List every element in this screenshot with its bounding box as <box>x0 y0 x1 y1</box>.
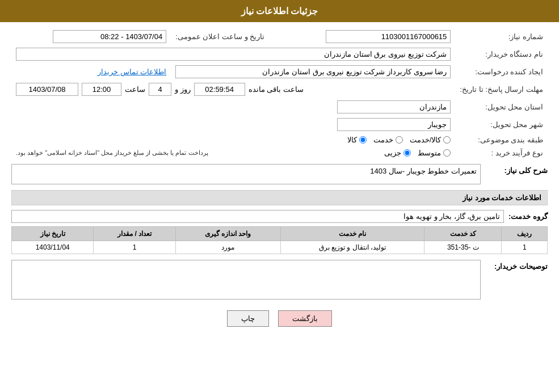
ijad-konande-label: ایجاد کننده درخواست: <box>455 63 548 81</box>
col-tarikh: تاریخ نیاز <box>12 227 94 241</box>
radio-kala-khedmat-label: کالا/خدمت <box>410 136 442 144</box>
sharh-niaz-label: شرح کلی نیاز: <box>485 164 548 175</box>
no-farayand-label: نوع فرآیند خرید : <box>455 146 548 159</box>
col-radif: ردیف <box>502 227 548 241</box>
radio-khedmat-label: خدمت <box>373 136 393 144</box>
tarikh-elam-label: تاریخ و ساعت اعلان عمومی: <box>171 28 269 45</box>
notice-text: پرداخت تمام یا بخشی از مبلغ خریداز محل "… <box>16 149 208 157</box>
rooz-label: روز و <box>175 85 191 94</box>
ostan-value: مازندران <box>337 100 451 113</box>
radio-jozyi[interactable]: جزیی <box>384 149 411 157</box>
tarikh-arsalal-label: مهلت ارسال پاسخ: تا تاریخ: <box>455 81 548 98</box>
saat-value: 12:00 <box>82 83 121 96</box>
radio-kala-khedmat[interactable]: کالا/خدمت <box>410 136 451 144</box>
col-nam: نام خدمت <box>280 227 424 241</box>
radio-jozyi-input[interactable] <box>404 149 411 157</box>
button-group: بازگشت چاپ <box>11 310 548 327</box>
table-row: 1ت -35-351تولید، انتقال و توزیع برقمورد1… <box>12 241 548 254</box>
shahr-label: شهر محل تحویل: <box>455 116 548 133</box>
print-button[interactable]: چاپ <box>227 310 269 327</box>
sharh-niaz-value: تعمیرات خطوط جویبار -سال 1403 <box>11 164 481 184</box>
back-button[interactable]: بازگشت <box>278 310 332 327</box>
nam-dastgah-value: شرکت توزیع نیروی برق استان مازندران <box>16 48 451 61</box>
service-table: ردیف کد خدمت نام خدمت واحد اندازه گیری ت… <box>11 226 548 254</box>
radio-kala-khedmat-input[interactable] <box>443 136 451 144</box>
grohe-khedmat-label: گروه خدمت: <box>508 212 548 221</box>
radio-kala-label: کالا <box>347 136 357 144</box>
radio-motevaset[interactable]: متوسط <box>418 149 451 157</box>
tarikh-elam-value: 1403/07/04 - 08:22 <box>53 30 166 43</box>
nam-dastgah-label: نام دستگاه خریدار: <box>455 45 548 63</box>
toseih-label: توصیحات خریدار: <box>485 260 548 271</box>
toseih-textarea[interactable] <box>11 260 481 300</box>
radio-kala-input[interactable] <box>359 136 367 144</box>
tarikh-date: 1403/07/08 <box>16 83 78 96</box>
radio-kala[interactable]: کالا <box>347 136 367 144</box>
ijad-konande-value: رضا سروی کاربرداز شرکت توزیع نیروی برق ا… <box>175 65 451 78</box>
col-kod: کد خدمت <box>424 227 502 241</box>
shomare-niaz-label: شماره نیاز: <box>455 28 548 45</box>
remaining-label: ساعت باقی مانده <box>249 85 304 94</box>
radio-jozyi-label: جزیی <box>384 149 401 157</box>
header-title: جزئیات اطلاعات نیاز <box>241 6 318 16</box>
ostan-label: استان محل تحویل: <box>455 98 548 116</box>
shahr-value: جویبار <box>337 118 451 131</box>
radio-motevaset-label: متوسط <box>418 149 441 157</box>
saat-label: ساعت <box>125 85 145 94</box>
shomare-niaz-value: 1103001167000615 <box>326 30 451 43</box>
radio-khedmat[interactable]: خدمت <box>373 136 403 144</box>
radio-motevaset-input[interactable] <box>443 149 451 157</box>
khedamat-section-title: اطلاعات خدمات مورد نیاز <box>11 190 548 205</box>
radio-khedmat-input[interactable] <box>396 136 403 144</box>
remaining-time: 02:59:54 <box>194 83 245 96</box>
grohe-khedmat-value: تامین برق، گاز، بخار و تهویه هوا <box>11 210 504 223</box>
contact-link[interactable]: اطلاعات تماس خریدار <box>98 68 166 76</box>
col-vahed: واحد اندازه گیری <box>175 227 280 241</box>
page-header: جزئیات اطلاعات نیاز <box>0 0 559 22</box>
rooz-value: 4 <box>149 83 171 96</box>
col-tedad: تعداد / مقدار <box>94 227 175 241</box>
tabaqe-label: طبقه بندی موضوعی: <box>455 133 548 146</box>
